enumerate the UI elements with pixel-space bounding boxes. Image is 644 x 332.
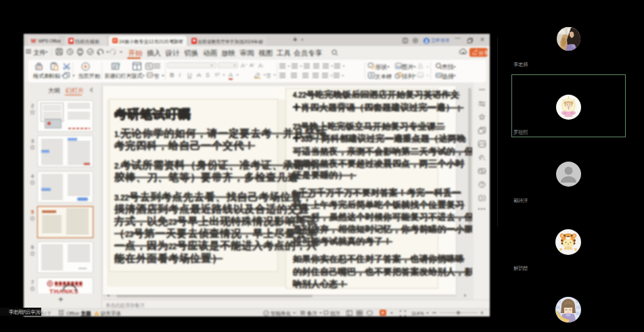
svg-text:P: P (113, 38, 116, 43)
svg-text:A: A (370, 73, 373, 78)
